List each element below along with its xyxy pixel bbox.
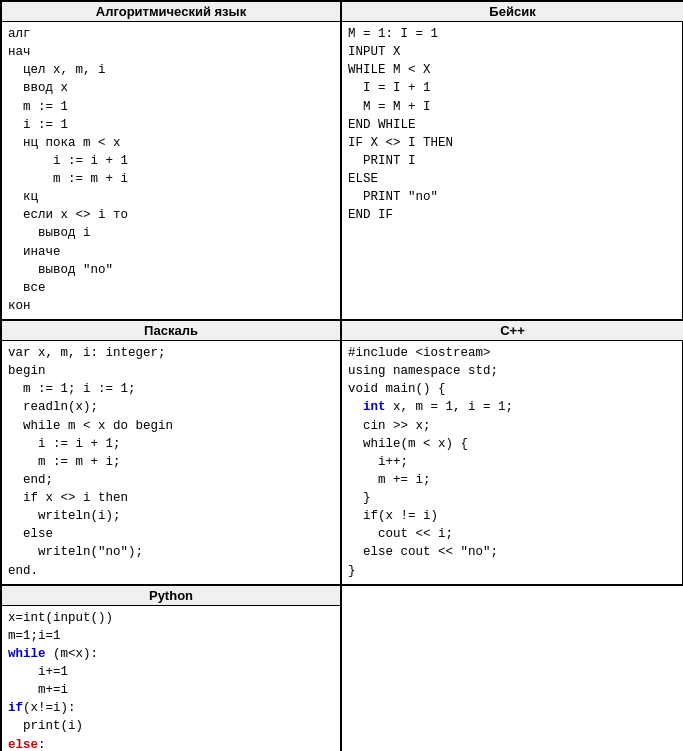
basic-code: M = 1: I = 1 INPUT X WHILE M < X I = I +…	[342, 22, 683, 228]
algo-header: Алгоритмический язык	[2, 2, 340, 22]
empty-cell	[341, 585, 683, 751]
algo-section: Алгоритмический язык алг нач цел x, m, i…	[1, 1, 341, 320]
pascal-header: Паскаль	[2, 321, 340, 341]
main-grid: Алгоритмический язык алг нач цел x, m, i…	[0, 0, 683, 751]
cpp-header: С++	[342, 321, 683, 341]
basic-section: Бейсик M = 1: I = 1 INPUT X WHILE M < X …	[341, 1, 683, 320]
basic-header: Бейсик	[342, 2, 683, 22]
python-section: Python x=int(input()) m=1;i=1 while (m<x…	[1, 585, 341, 751]
python-code: x=int(input()) m=1;i=1 while (m<x): i+=1…	[2, 606, 340, 751]
algo-code: алг нач цел x, m, i ввод x m := 1 i := 1…	[2, 22, 340, 319]
pascal-code: var x, m, i: integer; begin m := 1; i :=…	[2, 341, 340, 584]
python-header: Python	[2, 586, 340, 606]
cpp-code: #include <iostream> using namespace std;…	[342, 341, 683, 584]
cpp-section: С++ #include <iostream> using namespace …	[341, 320, 683, 585]
pascal-section: Паскаль var x, m, i: integer; begin m :=…	[1, 320, 341, 585]
